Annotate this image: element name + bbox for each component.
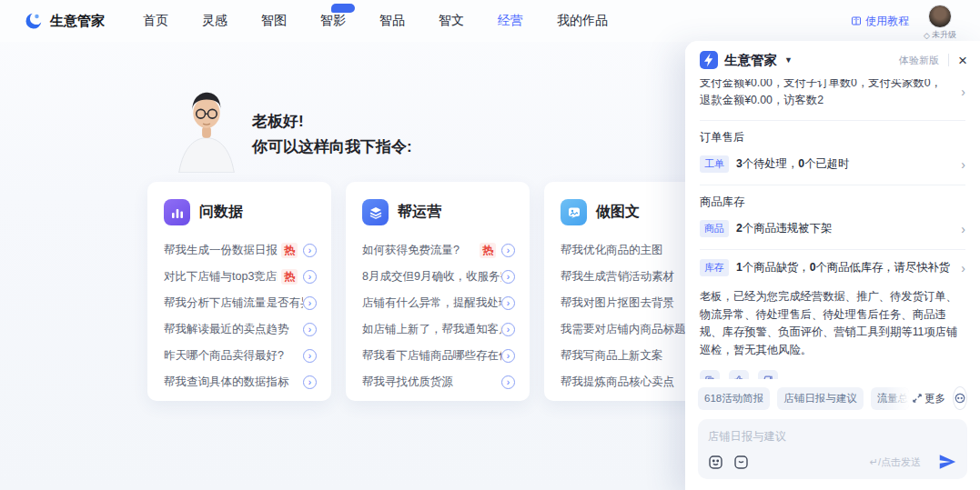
metrics-row[interactable]: 支付金额¥0.00，支付子订单数0，支付买家数0，退款金额¥0.00，访客数2 …	[700, 79, 965, 116]
aftersale-row[interactable]: 工单 3个待处理，0个已超时 ›	[700, 155, 965, 173]
tutorial-label: 使用教程	[865, 14, 909, 29]
expand-arrows-icon	[913, 394, 922, 403]
card-help-ops: 帮运营 如何获得免费流量? 热 › 8月成交但9月确收，收服务费... › 店铺…	[346, 182, 530, 401]
try-new-version-button[interactable]: 体验新版	[899, 54, 939, 67]
assistant-service-button[interactable]	[953, 386, 967, 410]
arrow-circle-icon[interactable]: ›	[303, 349, 317, 363]
arrow-circle-icon[interactable]: ›	[303, 375, 317, 389]
chevron-right-icon[interactable]: ›	[961, 222, 965, 236]
stock-text: 1个商品缺货，0个商品低库存，请尽快补货	[736, 260, 950, 275]
panel-bottom: 618活动简报 店铺日报与建议 流量总体分析 更多 ↵/点击发送	[685, 379, 980, 490]
chevron-right-icon[interactable]: ›	[961, 85, 965, 99]
chevron-down-icon[interactable]: ▼	[784, 55, 793, 65]
text: 个商品违规被下架	[743, 222, 832, 235]
feedback-row	[700, 370, 965, 379]
greeting-line1: 老板好!	[252, 109, 412, 135]
prompt-item[interactable]: 对比下店铺与top3竞店的数... 热 ›	[164, 264, 317, 290]
panel-body[interactable]: 支付金额¥0.00，支付子订单数0，支付买家数0，退款金额¥0.00，访客数2 …	[685, 79, 980, 379]
nav-item-zhiwen[interactable]: 智文	[439, 13, 464, 29]
arrow-circle-icon[interactable]: ›	[501, 296, 515, 310]
user-block[interactable]: ◇ 未升级	[924, 5, 956, 41]
thumbs-up-button[interactable]	[729, 370, 749, 379]
chevron-right-icon[interactable]: ›	[961, 157, 965, 172]
emoji-icon[interactable]	[708, 455, 723, 470]
send-button[interactable]	[937, 452, 957, 472]
card-title: 问数据	[199, 203, 243, 222]
arrow-circle-icon[interactable]: ›	[501, 349, 515, 363]
chip-618-report[interactable]: 618活动简报	[698, 387, 770, 410]
bar-chart-icon	[164, 199, 190, 225]
prompt-item[interactable]: 帮我寻找优质货源 ›	[362, 369, 515, 395]
brand-name: 生意管家	[50, 13, 105, 30]
chat-input-box[interactable]: ↵/点击发送	[698, 419, 967, 479]
nav-item-home[interactable]: 首页	[143, 13, 168, 29]
card-head: 帮运营	[362, 199, 515, 225]
nav-item-inspiration[interactable]: 灵感	[202, 13, 227, 29]
goods-row[interactable]: 商品 2个商品违规被下架 ›	[700, 220, 965, 237]
nav-item-zhiying[interactable]: 智影	[320, 13, 346, 29]
prompt-item[interactable]: 昨天哪个商品卖得最好? ›	[164, 343, 317, 369]
prompt-item[interactable]: 帮我分析下店铺流量是否有异常 ›	[164, 290, 317, 316]
nav-item-jingying[interactable]: 经营	[498, 13, 523, 29]
brand[interactable]: 生意管家	[24, 11, 105, 31]
close-icon[interactable]: ×	[958, 53, 967, 68]
nav-item-label: 智影	[320, 13, 346, 27]
greeting-line2: 你可以这样向我下指令:	[252, 135, 412, 160]
prompt-item[interactable]: 帮我查询具体的数据指标 ›	[164, 369, 317, 395]
divider	[700, 120, 965, 121]
chevron-right-icon[interactable]: ›	[961, 261, 965, 275]
divider	[700, 185, 965, 185]
panel-title: 生意管家	[724, 52, 777, 69]
prompt-text: 帮我分析下店铺流量是否有异常	[164, 295, 303, 311]
stock-row[interactable]: 库存 1个商品缺货，0个商品低库存，请尽快补货 ›	[700, 259, 965, 276]
arrow-circle-icon[interactable]: ›	[303, 270, 317, 284]
nav-item-zhitu[interactable]: 智图	[261, 13, 287, 29]
orders-icon[interactable]	[733, 455, 749, 470]
thumbs-down-button[interactable]	[758, 370, 778, 379]
card-head: 问数据	[164, 199, 317, 225]
panel-header-right: 体验新版 ×	[899, 53, 967, 68]
text: 个商品低库存，请尽快补货	[815, 261, 950, 274]
prompt-item[interactable]: 帮我看下店铺商品哪些存在优化... ›	[362, 343, 515, 369]
card-ask-data: 问数据 帮我生成一份数据日报 热 › 对比下店铺与top3竞店的数... 热 ›…	[147, 182, 331, 401]
prompt-text: 昨天哪个商品卖得最好?	[164, 348, 303, 364]
arrow-circle-icon[interactable]: ›	[303, 296, 317, 310]
metrics-text: 支付金额¥0.00，支付子订单数0，支付买家数0，退款金额¥0.00，访客数2	[700, 79, 947, 109]
chip-traffic-analysis[interactable]: 流量总体分析	[871, 387, 909, 410]
arrow-circle-icon[interactable]: ›	[501, 270, 515, 284]
prompt-item[interactable]: 帮我生成一份数据日报 热 ›	[164, 237, 317, 264]
prompt-text: 帮我寻找优质货源	[362, 375, 501, 390]
prompt-item[interactable]: 店铺有什么异常，提醒我处理 ›	[362, 290, 515, 316]
prompt-item[interactable]: 8月成交但9月确收，收服务费... ›	[362, 264, 515, 290]
nav-item-my-works[interactable]: 我的作品	[557, 13, 608, 29]
prompt-text: 对比下店铺与top3竞店的数...	[164, 269, 278, 285]
more-label: 更多	[924, 392, 945, 405]
copy-button[interactable]	[700, 370, 720, 379]
count: 1	[736, 261, 743, 274]
prompt-text: 帮我提炼商品核心卖点	[561, 375, 700, 390]
chip-daily-report[interactable]: 店铺日报与建议	[777, 387, 864, 410]
prompt-text: 帮我看下店铺商品哪些存在优化...	[362, 348, 501, 364]
prompt-item[interactable]: 帮我解读最近的卖点趋势 ›	[164, 316, 317, 343]
chat-input[interactable]	[708, 430, 957, 443]
prompt-text: 帮我解读最近的卖点趋势	[164, 322, 303, 337]
arrow-circle-icon[interactable]: ›	[501, 244, 515, 257]
tutorial-link[interactable]: 使用教程	[851, 14, 909, 29]
arrow-circle-icon[interactable]: ›	[303, 244, 317, 257]
arrow-circle-icon[interactable]: ›	[501, 375, 515, 389]
more-button[interactable]: 更多	[913, 392, 945, 405]
section-heading-aftersale: 订单售后	[700, 130, 965, 145]
upgrade-status[interactable]: ◇ 未升级	[924, 29, 956, 41]
arrow-circle-icon[interactable]: ›	[501, 323, 515, 336]
prompt-item[interactable]: 如何获得免费流量? 热 ›	[362, 237, 515, 264]
text: 个已超时	[804, 157, 849, 170]
prompt-item[interactable]: 如店铺上新了，帮我通知客户 ›	[362, 316, 515, 343]
nav-links: 首页 灵感 智图 智影 智品 智文 经营 我的作品	[143, 13, 608, 29]
count: 2	[736, 222, 743, 235]
aftersale-text: 3个待处理，0个已超时	[736, 156, 849, 172]
nav-item-zhipin[interactable]: 智品	[379, 13, 405, 29]
suggestion-cards: 问数据 帮我生成一份数据日报 热 › 对比下店铺与top3竞店的数... 热 ›…	[147, 182, 728, 401]
arrow-circle-icon[interactable]: ›	[303, 323, 317, 336]
avatar[interactable]	[928, 5, 952, 28]
panel-header: 生意管家 ▼ 体验新版 ×	[685, 41, 980, 79]
